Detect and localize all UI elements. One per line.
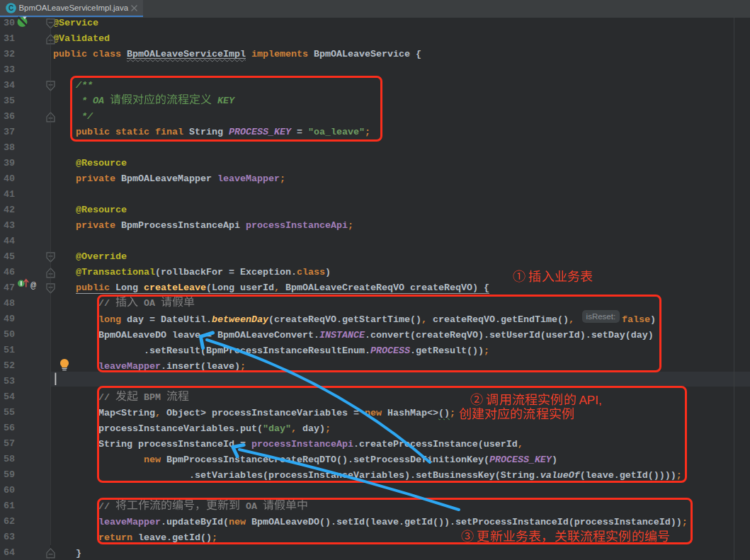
svg-text:@: @ [30,280,36,291]
